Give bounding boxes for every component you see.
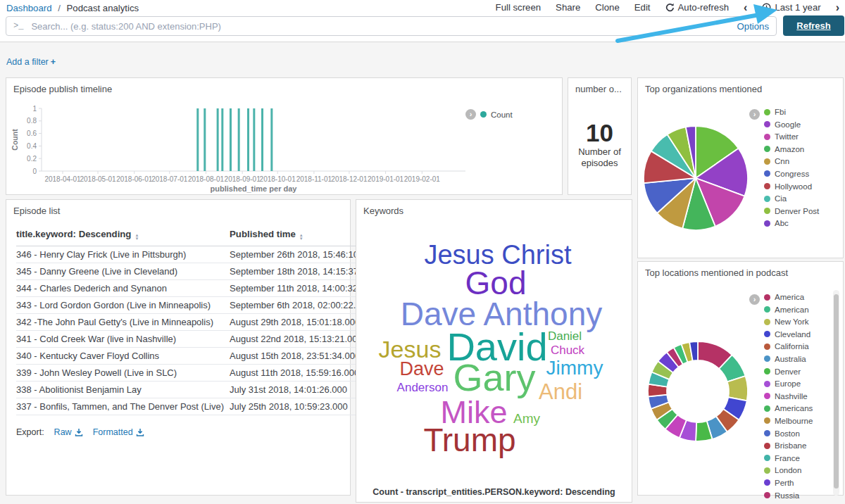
full-screen-button[interactable]: Full screen [496, 2, 542, 13]
legend-swatch [764, 319, 770, 325]
legend-item[interactable]: Amazon [764, 145, 819, 153]
export-raw-link[interactable]: Raw [54, 427, 83, 437]
column-header[interactable]: title.keyword: Descending▲▼ [16, 225, 230, 246]
timeline-bar[interactable] [253, 108, 255, 171]
export-formatted-link[interactable]: Formatted [93, 427, 144, 437]
expand-legend-icon[interactable]: › [749, 294, 760, 305]
timeline-bar[interactable] [196, 108, 199, 171]
legend-item[interactable]: Google [764, 120, 819, 129]
legend-item[interactable]: Nashville [764, 392, 813, 401]
query-prompt-icon: >_ [13, 21, 23, 31]
timeline-bar[interactable] [261, 108, 263, 171]
keyword-trump[interactable]: Trump [423, 424, 515, 456]
time-forward-chevron[interactable]: › [836, 3, 839, 13]
timeline-bar[interactable] [238, 108, 240, 171]
legend-swatch [480, 111, 487, 118]
legend-item[interactable]: America [764, 293, 813, 301]
legend-label: New York [775, 317, 809, 326]
legend-item[interactable]: London [764, 466, 813, 474]
keyword-dave[interactable]: Dave [399, 360, 444, 379]
legend-swatch [764, 146, 770, 152]
search-bar[interactable]: >_ Options [6, 16, 777, 36]
clone-button[interactable]: Clone [595, 2, 619, 13]
legend-item[interactable]: France [764, 454, 813, 462]
legend-item-count[interactable]: Count [491, 111, 513, 119]
timeline-bar[interactable] [204, 108, 206, 171]
legend-item[interactable]: Cia [764, 194, 819, 203]
time-picker-button[interactable]: Last 1 year [762, 2, 820, 13]
locations-donut-chart[interactable] [641, 335, 754, 448]
legend-swatch [764, 393, 770, 399]
timeline-bar[interactable] [217, 108, 219, 171]
keyword-andi[interactable]: Andi [539, 381, 582, 403]
legend-item[interactable]: Russia [764, 491, 813, 500]
auto-refresh-icon [665, 3, 675, 12]
keyword-daniel[interactable]: Daniel [548, 330, 582, 342]
legend-item[interactable]: Australia [764, 355, 813, 363]
legend-label: California [775, 342, 809, 351]
share-button[interactable]: Share [556, 2, 580, 13]
panel-episode-list: Episode list title.keyword: Descending▲▼… [6, 199, 351, 496]
legend-item[interactable]: Abc [764, 219, 819, 227]
add-filter-link[interactable]: Add a filter+ [6, 57, 56, 67]
auto-refresh-button[interactable]: Auto-refresh [665, 2, 730, 13]
table-cell: 344 - Charles Dederich and Synanon [16, 280, 230, 297]
legend-item[interactable]: New York [764, 317, 813, 326]
options-link[interactable]: Options [737, 21, 769, 32]
keyword-god[interactable]: God [465, 267, 527, 299]
legend-item[interactable]: Denver [764, 367, 813, 376]
legend-scrollbar-thumb[interactable] [834, 294, 839, 489]
legend-label: Congress [775, 170, 809, 178]
timeline-bar[interactable] [270, 108, 273, 171]
breadcrumb: Dashboard / Podcast analytics [6, 3, 139, 13]
organizations-legend: FbiGoogleTwitterAmazonCnnCongressHollywo… [764, 108, 819, 227]
legend-item[interactable]: Twitter [764, 132, 819, 141]
export-label: Export: [16, 427, 44, 437]
plus-icon: + [51, 57, 56, 67]
timeline-bar[interactable] [230, 108, 232, 171]
legend-item[interactable]: Europe [764, 379, 813, 388]
refresh-button[interactable]: Refresh [783, 15, 844, 36]
table-cell: 346 - Henry Clay Frick (Live in Pittsbur… [16, 246, 230, 263]
legend-item[interactable]: Americans [764, 404, 813, 412]
legend-item[interactable]: Brisbane [764, 441, 813, 450]
legend-item[interactable]: Congress [764, 170, 819, 178]
timeline-bar-chart[interactable]: 00.20.40.60.812018-04-012018-05-012018-0… [9, 101, 474, 193]
time-back-chevron[interactable]: ‹ [744, 3, 747, 13]
timeline-bar[interactable] [247, 108, 249, 171]
legend-item[interactable]: American [764, 305, 813, 314]
legend-label: Fbi [775, 108, 786, 116]
keyword-jimmy[interactable]: Jimmy [546, 358, 603, 378]
legend-item[interactable]: Hollywood [764, 182, 819, 191]
svg-text:2019-01-01: 2019-01-01 [368, 175, 404, 183]
svg-text:0.2: 0.2 [27, 155, 37, 163]
sort-icon[interactable]: ▲▼ [134, 234, 139, 241]
keyword-chuck[interactable]: Chuck [551, 344, 584, 356]
legend-item[interactable]: Cleveland [764, 330, 813, 339]
timeline-bar[interactable] [221, 108, 223, 171]
metric-label-text: Number of episodes [577, 146, 622, 168]
expand-legend-icon[interactable]: › [749, 109, 760, 120]
breadcrumb-dashboard-link[interactable]: Dashboard [6, 3, 52, 13]
legend-item[interactable]: California [764, 342, 813, 351]
keyword-amy[interactable]: Amy [513, 412, 540, 425]
legend-item[interactable]: Fbi [764, 108, 819, 116]
organizations-pie-chart[interactable] [639, 122, 752, 234]
keyword-gary[interactable]: Gary [453, 358, 535, 396]
expand-legend-icon[interactable]: › [465, 109, 476, 120]
sort-icon[interactable]: ▲▼ [299, 234, 303, 241]
legend-item[interactable]: Perth [764, 479, 813, 487]
legend-item[interactable]: Denver Post [764, 207, 819, 215]
search-input[interactable] [30, 20, 731, 32]
legend-swatch [764, 170, 770, 177]
legend-swatch [764, 344, 770, 350]
legend-label: Europe [775, 379, 801, 388]
legend-item[interactable]: Cnn [764, 157, 819, 165]
legend-item[interactable]: Boston [764, 429, 813, 438]
edit-button[interactable]: Edit [634, 2, 651, 13]
table-cell: 340 - Kentucky Caver Floyd Collins [16, 348, 230, 365]
svg-text:0.8: 0.8 [27, 117, 37, 125]
legend-item[interactable]: Melbourne [764, 417, 813, 425]
keyword-anderson[interactable]: Anderson [397, 382, 449, 393]
legend-swatch [764, 183, 770, 189]
